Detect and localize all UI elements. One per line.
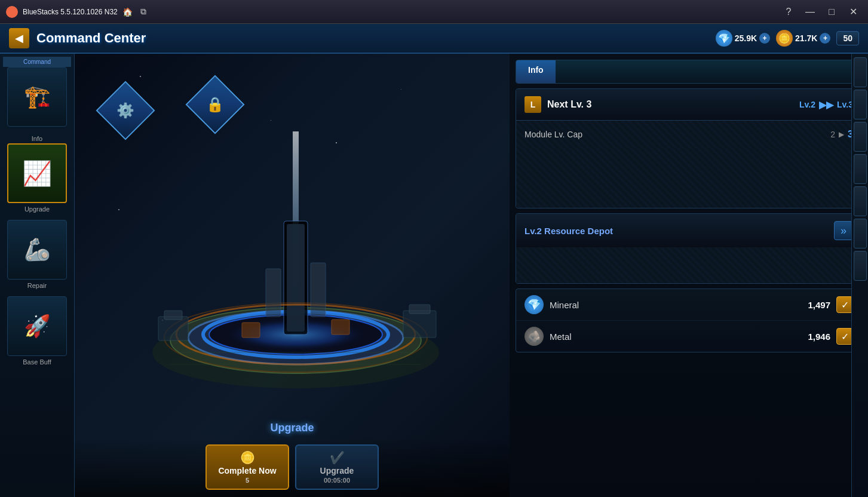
level-arrow: Lv.2 ▶▶ Lv.3 — [799, 99, 853, 111]
mineral-row-value: 1,497 — [808, 300, 830, 310]
gem-count: 50 — [836, 31, 859, 45]
resource-bar: 💎 25.9K + 🪙 21.7K + 50 — [716, 30, 859, 47]
add-mineral-button[interactable]: + — [759, 33, 770, 44]
sidebar-item-upgrade[interactable]: 📈 — [7, 143, 67, 203]
command-section: Command 🏗️ — [0, 54, 74, 131]
base-buff-section: 🚀 Base Buff — [0, 293, 74, 370]
upgrade-timer-icon: ✔️ — [330, 450, 345, 465]
left-sidebar: Command 🏗️ Info 📈 Upgrade 🦾 Repair 🚀 Bas… — [0, 54, 75, 497]
mineral-icon: 💎 — [716, 30, 732, 47]
mineral-row-icon: 💎 — [525, 295, 544, 314]
svg-rect-14 — [164, 311, 182, 320]
upgrade-btn-label: Upgrade — [320, 466, 354, 475]
level-from: Lv.2 — [799, 100, 815, 109]
gold-resource: 🪙 21.7K + — [776, 30, 830, 47]
depot-section: Lv.2 Resource Depot » — [516, 213, 862, 284]
edge-button-5[interactable] — [854, 186, 867, 216]
upgrade-overlay: 🪙 Complete Now 5 ✔️ Upgrade 00:05:00 — [75, 437, 510, 497]
right-panel: Info L Next Lv. 3 Lv.2 ▶▶ Lv.3 Module Lv… — [510, 54, 868, 497]
gold-icon: 🪙 — [776, 30, 793, 47]
repair-section: 🦾 Repair — [0, 217, 74, 293]
info-section-label: Info — [32, 134, 42, 143]
edge-button-1[interactable] — [854, 57, 867, 87]
mineral-row: 💎 Mineral 1,497 ✓ — [516, 289, 861, 321]
bluestacks-logo — [6, 6, 18, 18]
upgrade-timer: 00:05:00 — [324, 477, 350, 484]
edge-button-2[interactable] — [854, 90, 867, 119]
info-tabs: Info — [516, 60, 861, 83]
svg-rect-8 — [287, 224, 305, 332]
level-to: Lv.3 — [837, 100, 853, 109]
module-cap-row: Module Lv. Cap 2 ▶ 3 — [516, 121, 861, 148]
home-icon[interactable]: 🏠 — [122, 7, 133, 17]
module-arrow-icon: ▶ — [839, 130, 844, 139]
metal-row-icon: 🪨 — [525, 327, 544, 346]
striped-area — [516, 148, 861, 208]
upgrade-timer-button[interactable]: ✔️ Upgrade 00:05:00 — [295, 444, 379, 490]
mineral-row-name: Mineral — [550, 300, 808, 310]
gold-value: 21.7K — [795, 33, 817, 43]
add-gold-button[interactable]: + — [820, 33, 830, 44]
complete-now-label: Complete Now — [218, 466, 276, 475]
mineral-check[interactable]: ✓ — [836, 296, 853, 313]
main-content: Command 🏗️ Info 📈 Upgrade 🦾 Repair 🚀 Bas… — [0, 54, 868, 497]
svg-rect-13 — [158, 317, 188, 340]
page-title: Command Center — [36, 30, 716, 46]
module-cap-from: 2 — [830, 130, 835, 139]
sidebar-item-base-buff[interactable]: 🚀 — [7, 296, 67, 356]
back-button[interactable]: ◀ — [9, 28, 29, 48]
svg-rect-20 — [311, 263, 326, 317]
svg-rect-16 — [409, 305, 430, 314]
mineral-value: 25.9K — [735, 33, 757, 43]
metal-row: 🪨 Metal 1,946 ✓ — [516, 321, 861, 352]
svg-rect-18 — [332, 320, 349, 335]
complete-now-sub: 5 — [246, 477, 249, 484]
help-button[interactable]: ? — [780, 3, 798, 21]
title-bar-left: BlueStacks 5.5.120.1026 N32 🏠 ⧉ — [6, 6, 149, 18]
complete-now-icon: 🪙 — [240, 450, 255, 465]
info-section: Info 📈 Upgrade — [0, 131, 74, 217]
mineral-resource: 💎 25.9K + — [716, 30, 770, 47]
info-tab-active[interactable]: Info — [516, 60, 556, 83]
metal-check[interactable]: ✓ — [836, 328, 853, 345]
svg-rect-15 — [403, 311, 436, 338]
right-toolbar — [851, 54, 868, 497]
level-arrow-icon: ▶▶ — [819, 99, 833, 111]
metal-row-name: Metal — [550, 332, 808, 342]
depot-row: Lv.2 Resource Depot » — [516, 214, 861, 247]
sidebar-item-repair[interactable]: 🦾 — [7, 220, 67, 280]
next-level-section: L Next Lv. 3 Lv.2 ▶▶ Lv.3 Module Lv. Cap… — [516, 88, 862, 208]
edge-button-4[interactable] — [854, 154, 867, 184]
title-bar: BlueStacks 5.5.120.1026 N32 🏠 ⧉ ? — □ ✕ — [0, 0, 868, 24]
edge-button-3[interactable] — [854, 122, 867, 152]
close-button[interactable]: ✕ — [844, 3, 862, 21]
upgrade-title-label: Upgrade — [270, 422, 314, 434]
depot-striped — [516, 247, 861, 283]
resources-section: 💎 Mineral 1,497 ✓ 🪨 Metal 1,946 ✓ — [516, 289, 862, 352]
base-buff-section-label: Base Buff — [23, 357, 51, 367]
depot-arrow-button[interactable]: » — [834, 221, 853, 240]
command-label: Command — [3, 57, 71, 67]
next-level-icon: L — [525, 96, 541, 113]
edge-button-6[interactable] — [854, 219, 867, 249]
info-panel: Info — [516, 60, 862, 84]
next-level-row: L Next Lv. 3 Lv.2 ▶▶ Lv.3 — [516, 89, 861, 121]
module-cap-label: Module Lv. Cap — [525, 130, 830, 139]
metal-row-value: 1,946 — [808, 332, 830, 342]
base-structure — [122, 102, 469, 436]
game-view: ⚙️ 🔒 — [75, 54, 510, 497]
app-header: ◀ Command Center 💎 25.9K + 🪙 21.7K + 50 — [0, 24, 868, 54]
repair-section-label: Repair — [27, 281, 47, 290]
complete-now-button[interactable]: 🪙 Complete Now 5 — [206, 444, 289, 490]
depot-label: Lv.2 Resource Depot — [525, 226, 834, 236]
edge-button-7[interactable] — [854, 251, 867, 281]
sidebar-item-command[interactable]: 🏗️ — [7, 67, 67, 127]
title-bar-controls: ? — □ ✕ — [780, 3, 862, 21]
minimize-button[interactable]: — — [801, 3, 819, 21]
multiinstance-icon[interactable]: ⧉ — [138, 7, 149, 17]
upgrade-section-label: Upgrade — [24, 204, 50, 214]
next-level-text: Next Lv. 3 — [547, 99, 799, 110]
title-bar-app-name: BlueStacks 5.5.120.1026 N32 — [23, 8, 118, 16]
svg-rect-17 — [242, 323, 260, 338]
restore-button[interactable]: □ — [823, 3, 841, 21]
